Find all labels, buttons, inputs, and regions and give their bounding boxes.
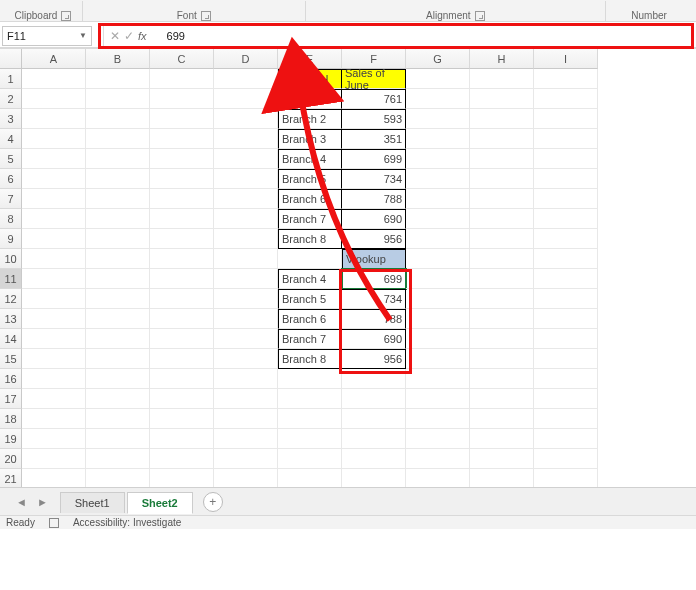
formula-bar-row: F11 ▼ ✕ ✓ fx 699 — [0, 22, 696, 48]
cell[interactable]: Branch 2 — [278, 109, 342, 129]
row-header[interactable]: 13 — [0, 309, 22, 329]
cell[interactable]: Branch 1 — [278, 89, 342, 109]
cell[interactable]: BRANCH — [278, 69, 342, 89]
sheet-tab-bar: ◄ ► Sheet1 Sheet2 + — [0, 487, 696, 515]
cell[interactable]: 351 — [342, 129, 406, 149]
launcher-alignment[interactable] — [475, 11, 485, 21]
ribbon-group-strip: Clipboard Font Alignment Number — [0, 0, 696, 22]
row-header[interactable]: 20 — [0, 449, 22, 469]
cell[interactable]: Branch 8 — [278, 229, 342, 249]
tab-nav-next-icon[interactable]: ► — [37, 496, 48, 508]
formula-enter-icon[interactable]: ✓ — [124, 29, 134, 43]
col-header[interactable]: I — [534, 49, 598, 69]
formula-bar-highlight: ✕ ✓ fx 699 — [98, 23, 694, 49]
cell[interactable]: Branch 6 — [278, 309, 342, 329]
cell[interactable]: 734 — [342, 289, 406, 309]
col-header[interactable]: B — [86, 49, 150, 69]
row-header[interactable]: 12 — [0, 289, 22, 309]
col-header[interactable]: H — [470, 49, 534, 69]
row-header[interactable]: 17 — [0, 389, 22, 409]
add-sheet-button[interactable]: + — [203, 492, 223, 512]
cell[interactable]: 956 — [342, 229, 406, 249]
cell[interactable]: Branch 4 — [278, 149, 342, 169]
cell[interactable]: Branch 5 — [278, 169, 342, 189]
row-header[interactable]: 9 — [0, 229, 22, 249]
ribbon-font-label: Font — [177, 10, 197, 21]
spreadsheet-grid[interactable]: A B C D E F G H I 1 BRANCH Sales of June… — [0, 48, 696, 529]
cell[interactable]: 788 — [342, 189, 406, 209]
row-header[interactable]: 8 — [0, 209, 22, 229]
accessibility-icon — [49, 518, 59, 528]
row-header[interactable]: 6 — [0, 169, 22, 189]
cell[interactable]: Branch 6 — [278, 189, 342, 209]
col-header[interactable]: C — [150, 49, 214, 69]
cell[interactable]: Vlookup — [342, 249, 406, 269]
row-header[interactable]: 4 — [0, 129, 22, 149]
row-header[interactable]: 7 — [0, 189, 22, 209]
row-header[interactable]: 15 — [0, 349, 22, 369]
cell[interactable]: Branch 7 — [278, 329, 342, 349]
row-header[interactable]: 18 — [0, 409, 22, 429]
row-header[interactable]: 3 — [0, 109, 22, 129]
cell[interactable]: Branch 5 — [278, 289, 342, 309]
col-header[interactable]: D — [214, 49, 278, 69]
cell-active[interactable]: 699 — [342, 269, 406, 289]
cell[interactable]: Sales of June — [342, 69, 406, 89]
row-header[interactable]: 11 — [0, 269, 22, 289]
col-header[interactable]: A — [22, 49, 86, 69]
row-header[interactable]: 14 — [0, 329, 22, 349]
launcher-font[interactable] — [201, 11, 211, 21]
ribbon-alignment-label: Alignment — [426, 10, 470, 21]
cell[interactable]: Branch 3 — [278, 129, 342, 149]
row-header[interactable]: 1 — [0, 69, 22, 89]
cell[interactable]: 690 — [342, 209, 406, 229]
cell[interactable]: 690 — [342, 329, 406, 349]
tab-sheet1[interactable]: Sheet1 — [60, 492, 125, 513]
row-header[interactable]: 21 — [0, 469, 22, 489]
col-header[interactable]: E — [278, 49, 342, 69]
launcher-clipboard[interactable] — [61, 11, 71, 21]
status-ready: Ready — [6, 517, 35, 528]
col-header[interactable]: F — [342, 49, 406, 69]
row-header[interactable]: 10 — [0, 249, 22, 269]
cell[interactable]: Branch 4 — [278, 269, 342, 289]
select-all-corner[interactable] — [0, 49, 22, 69]
formula-cancel-icon[interactable]: ✕ — [110, 29, 120, 43]
status-accessibility[interactable]: Accessibility: Investigate — [73, 517, 181, 528]
row-header[interactable]: 19 — [0, 429, 22, 449]
ribbon-number-label: Number — [631, 10, 667, 21]
row-header[interactable]: 5 — [0, 149, 22, 169]
cell[interactable]: 593 — [342, 109, 406, 129]
cell[interactable]: 761 — [342, 89, 406, 109]
tab-nav-prev-icon[interactable]: ◄ — [16, 496, 27, 508]
formula-bar-input[interactable]: 699 — [153, 30, 691, 42]
cell[interactable]: Branch 8 — [278, 349, 342, 369]
cell[interactable]: 956 — [342, 349, 406, 369]
row-header[interactable]: 16 — [0, 369, 22, 389]
cell[interactable]: Branch 7 — [278, 209, 342, 229]
cell[interactable]: 788 — [342, 309, 406, 329]
fx-icon[interactable]: fx — [138, 30, 147, 42]
chevron-down-icon[interactable]: ▼ — [79, 31, 87, 40]
ribbon-clipboard-label: Clipboard — [15, 10, 58, 21]
name-box-value: F11 — [7, 30, 26, 42]
col-header[interactable]: G — [406, 49, 470, 69]
status-bar: Ready Accessibility: Investigate — [0, 515, 696, 529]
cell[interactable]: 734 — [342, 169, 406, 189]
cell[interactable]: 699 — [342, 149, 406, 169]
name-box[interactable]: F11 ▼ — [2, 26, 92, 46]
tab-sheet2[interactable]: Sheet2 — [127, 492, 193, 514]
row-header[interactable]: 2 — [0, 89, 22, 109]
